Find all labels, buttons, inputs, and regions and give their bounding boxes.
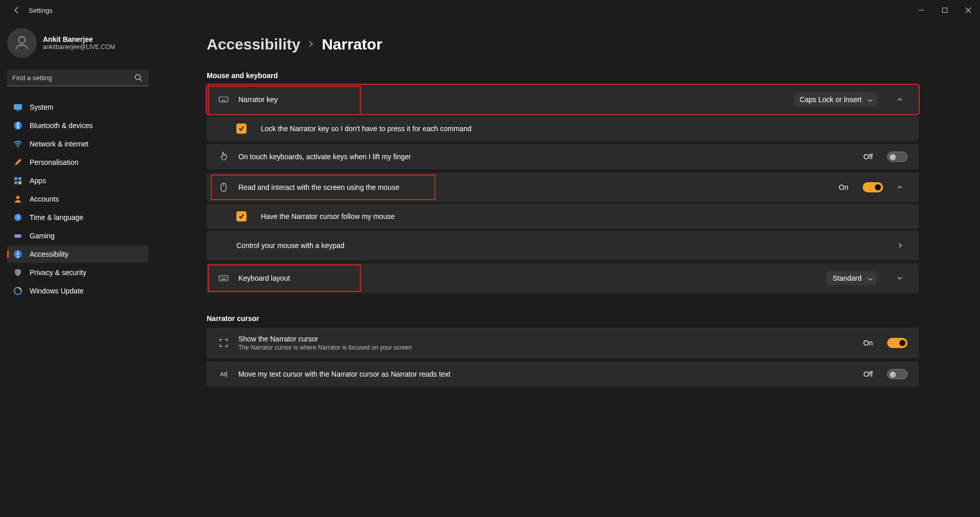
- show-narrator-cursor-subtitle: The Narrator cursor is where Narrator is…: [238, 344, 412, 351]
- show-narrator-cursor-toggle[interactable]: [887, 338, 908, 348]
- keyboard-icon: [218, 94, 229, 105]
- sidebar-item-label: Time & language: [30, 213, 83, 221]
- brush-icon: [13, 158, 22, 167]
- search-input[interactable]: [7, 70, 149, 86]
- sidebar-item-label: Privacy & security: [30, 268, 86, 277]
- svg-point-31: [225, 277, 226, 278]
- svg-point-29: [222, 277, 223, 278]
- sidebar-item-bluetooth[interactable]: Bluetooth & devices: [7, 117, 149, 134]
- sidebar-item-privacy[interactable]: Privacy & security: [7, 264, 149, 281]
- cursor-follow-mouse-label: Have the Narrator cursor follow my mouse: [261, 212, 395, 220]
- page-title: Narrator: [322, 36, 382, 53]
- svg-point-30: [224, 277, 225, 278]
- sidebar-item-label: Accessibility: [30, 250, 68, 258]
- keyboard-layout-label: Keyboard layout: [238, 274, 290, 282]
- sidebar-item-label: Bluetooth & devices: [30, 121, 93, 130]
- sidebar-item-gaming[interactable]: Gaming: [7, 227, 149, 244]
- minimize-button[interactable]: [910, 0, 933, 20]
- svg-rect-5: [14, 104, 22, 110]
- touch-icon: [218, 151, 229, 162]
- svg-line-4: [140, 79, 142, 81]
- chevron-up-icon[interactable]: [892, 180, 908, 195]
- read-mouse-row[interactable]: Read and interact with the screen using …: [207, 173, 919, 202]
- show-narrator-cursor-state: On: [863, 339, 873, 347]
- touch-keyboards-state: Off: [864, 153, 873, 161]
- sidebar-item-time-language[interactable]: Time & language: [7, 209, 149, 226]
- chevron-down-icon: [868, 96, 873, 105]
- svg-rect-12: [18, 181, 21, 184]
- lock-narrator-key-checkbox[interactable]: [236, 124, 247, 134]
- touch-keyboards-toggle[interactable]: [887, 152, 908, 162]
- sidebar-item-label: Windows Update: [30, 287, 84, 295]
- touch-keyboards-row[interactable]: On touch keyboards, activate keys when I…: [207, 144, 919, 169]
- read-mouse-toggle[interactable]: [863, 182, 883, 192]
- section-label-narrator-cursor: Narrator cursor: [207, 314, 919, 323]
- narrator-key-select[interactable]: Caps Lock or Insert: [794, 92, 877, 107]
- shield-icon: [13, 268, 22, 277]
- svg-point-28: [220, 277, 222, 278]
- cursor-focus-icon: [218, 337, 229, 349]
- cursor-follow-mouse-checkbox[interactable]: [236, 211, 247, 221]
- move-text-cursor-row[interactable]: Ab Move my text cursor with the Narrator…: [207, 361, 919, 387]
- search-icon: [134, 73, 142, 83]
- svg-rect-15: [14, 234, 21, 238]
- svg-rect-11: [14, 181, 17, 184]
- update-icon: [13, 286, 22, 296]
- control-mouse-keypad-row[interactable]: Control your mouse with a keypad: [207, 231, 919, 260]
- text-cursor-icon: Ab: [218, 368, 229, 380]
- svg-rect-27: [219, 276, 228, 281]
- sidebar-item-label: Accounts: [30, 195, 59, 203]
- lock-narrator-key-row[interactable]: Lock the Narrator key so I don't have to…: [207, 116, 919, 141]
- breadcrumb: Accessibility Narrator: [207, 36, 919, 53]
- breadcrumb-parent[interactable]: Accessibility: [207, 36, 300, 53]
- user-email: ankitbanerjee@LIVE.COM: [43, 43, 115, 51]
- sidebar-item-accounts[interactable]: Accounts: [7, 190, 149, 208]
- mouse-icon: [218, 182, 229, 193]
- narrator-key-row[interactable]: Narrator key Caps Lock or Insert: [207, 85, 919, 114]
- svg-point-17: [17, 251, 18, 253]
- close-button[interactable]: [957, 0, 980, 20]
- wifi-icon: [13, 139, 22, 149]
- chevron-right-icon: [892, 238, 908, 253]
- sidebar-item-accessibility[interactable]: Accessibility: [7, 245, 149, 263]
- svg-text:Ab: Ab: [220, 371, 227, 377]
- sidebar-item-label: Gaming: [30, 232, 55, 240]
- sidebar-item-label: Personalisation: [30, 158, 79, 166]
- chevron-up-icon[interactable]: [892, 92, 908, 107]
- svg-rect-1: [943, 8, 947, 13]
- sidebar-item-label: System: [30, 103, 54, 111]
- narrator-key-value: Caps Lock or Insert: [800, 95, 862, 104]
- clock-icon: [13, 213, 22, 222]
- chevron-down-icon: [868, 275, 873, 283]
- svg-point-2: [19, 37, 26, 43]
- chevron-down-icon[interactable]: [892, 270, 908, 286]
- svg-rect-10: [18, 177, 21, 180]
- user-name: Ankit Banerjee: [43, 35, 115, 43]
- sidebar-item-network[interactable]: Network & internet: [7, 135, 149, 153]
- control-mouse-keypad-label: Control your mouse with a keypad: [236, 241, 345, 250]
- svg-rect-19: [219, 97, 228, 102]
- sidebar-item-label: Apps: [30, 177, 46, 185]
- svg-point-13: [16, 196, 19, 199]
- apps-icon: [13, 176, 22, 185]
- back-button[interactable]: [9, 3, 24, 18]
- keyboard-layout-select[interactable]: Standard: [826, 271, 877, 285]
- keyboard-layout-row[interactable]: Keyboard layout Standard: [207, 263, 919, 293]
- svg-point-8: [17, 146, 18, 147]
- sidebar-item-personalisation[interactable]: Personalisation: [7, 154, 149, 171]
- display-icon: [13, 103, 22, 112]
- svg-point-3: [135, 75, 140, 80]
- gamepad-icon: [13, 231, 22, 240]
- sidebar-item-system[interactable]: System: [7, 99, 149, 116]
- sidebar-item-windows-update[interactable]: Windows Update: [7, 282, 149, 300]
- avatar[interactable]: [7, 28, 37, 58]
- show-narrator-cursor-row[interactable]: Show the Narrator cursor The Narrator cu…: [207, 328, 919, 358]
- maximize-button[interactable]: [933, 0, 957, 20]
- keyboard-layout-value: Standard: [832, 274, 862, 282]
- move-text-cursor-toggle[interactable]: [887, 369, 908, 379]
- sidebar-item-apps[interactable]: Apps: [7, 172, 149, 189]
- sidebar-item-label: Network & internet: [30, 140, 88, 148]
- cursor-follow-mouse-row[interactable]: Have the Narrator cursor follow my mouse: [207, 204, 919, 229]
- narrator-key-label: Narrator key: [238, 95, 278, 104]
- window-title: Settings: [29, 7, 53, 14]
